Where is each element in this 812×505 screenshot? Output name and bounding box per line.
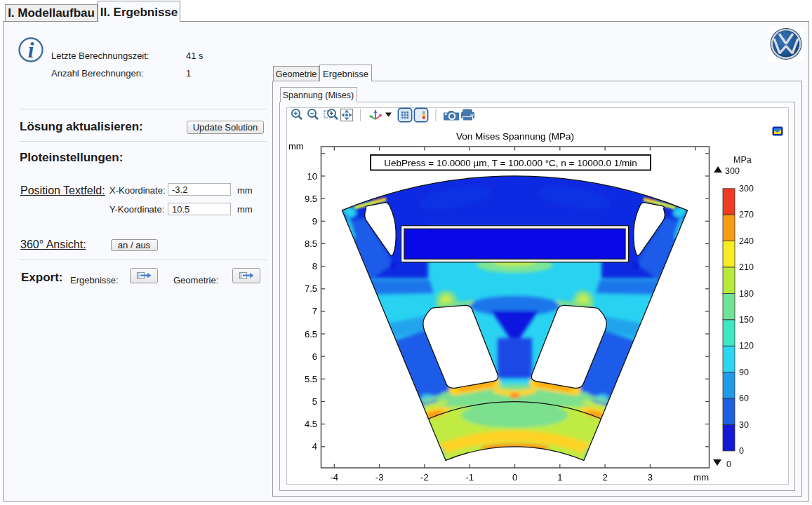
svg-text:150: 150 bbox=[739, 315, 754, 325]
svg-text:9.5: 9.5 bbox=[305, 194, 317, 204]
svg-text:90: 90 bbox=[739, 368, 749, 377]
svg-text:4.5: 4.5 bbox=[305, 419, 317, 429]
svg-text:UebPress = 10.0000 µm, T = 100: UebPress = 10.0000 µm, T = 100.000 °C, n… bbox=[384, 158, 637, 168]
svg-text:9: 9 bbox=[312, 216, 317, 227]
svg-text:300: 300 bbox=[725, 166, 740, 176]
svg-text:Von Mises Spannung (MPa): Von Mises Spannung (MPa) bbox=[456, 131, 574, 142]
svg-text:210: 210 bbox=[739, 262, 754, 272]
svg-text:6.5: 6.5 bbox=[305, 329, 317, 339]
svg-text:mm: mm bbox=[693, 472, 709, 483]
svg-text:5.5: 5.5 bbox=[305, 374, 317, 384]
svg-text:-3: -3 bbox=[375, 472, 384, 483]
svg-text:10: 10 bbox=[307, 171, 317, 182]
svg-text:0: 0 bbox=[726, 459, 731, 469]
svg-text:-2: -2 bbox=[420, 472, 429, 483]
svg-text:8.5: 8.5 bbox=[305, 238, 317, 249]
svg-text:8: 8 bbox=[312, 261, 317, 271]
svg-text:-1: -1 bbox=[465, 472, 474, 483]
svg-text:5: 5 bbox=[312, 396, 317, 407]
svg-text:i: i bbox=[28, 38, 34, 62]
svg-text:2: 2 bbox=[602, 472, 607, 483]
svg-text:3: 3 bbox=[648, 472, 653, 483]
svg-text:240: 240 bbox=[739, 236, 754, 246]
svg-text:120: 120 bbox=[739, 341, 754, 351]
svg-text:MPa: MPa bbox=[733, 155, 752, 165]
svg-text:7: 7 bbox=[312, 306, 317, 316]
svg-text:7.5: 7.5 bbox=[305, 283, 317, 294]
svg-text:1: 1 bbox=[557, 472, 562, 483]
svg-text:60: 60 bbox=[739, 393, 749, 403]
svg-text:0: 0 bbox=[739, 446, 744, 456]
svg-text:0: 0 bbox=[512, 472, 517, 483]
svg-text:30: 30 bbox=[739, 420, 749, 430]
svg-text:4: 4 bbox=[312, 441, 317, 452]
svg-text:-4: -4 bbox=[331, 472, 339, 483]
svg-text:180: 180 bbox=[739, 289, 754, 299]
svg-text:6: 6 bbox=[312, 351, 317, 362]
svg-text:300: 300 bbox=[739, 184, 754, 194]
svg-text:270: 270 bbox=[739, 210, 754, 220]
svg-text:mm: mm bbox=[288, 141, 304, 152]
